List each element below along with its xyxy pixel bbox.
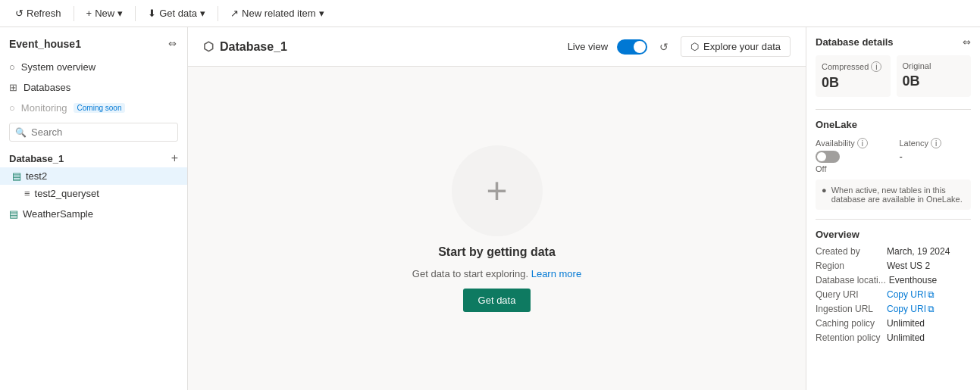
- sidebar-item-label: Databases: [23, 82, 70, 93]
- copy-icon[interactable]: ⧉: [928, 289, 937, 298]
- sidebar-item-databases[interactable]: ⊞ Databases: [0, 77, 187, 98]
- original-value: 0B: [903, 73, 966, 89]
- get-data-button-main[interactable]: Get data: [463, 289, 531, 312]
- new-related-label: New related item: [242, 8, 316, 19]
- onelake-row: Availability i Off Latency i -: [816, 138, 971, 173]
- panel-header: Database details ⇔: [816, 36, 971, 48]
- live-view-label: Live view: [568, 41, 608, 52]
- content-refresh-button[interactable]: ↺: [656, 38, 672, 56]
- empty-subtitle-text: Get data to start exploring.: [412, 268, 528, 279]
- overview-row: RegionWest US 2: [816, 261, 971, 271]
- overview-key: Database locati...: [816, 275, 886, 285]
- latency-label: Latency i: [900, 138, 972, 148]
- new-related-button[interactable]: ↗ New related item ▾: [224, 5, 330, 22]
- separator-2: [135, 6, 136, 21]
- chevron-down-icon: ▾: [117, 8, 123, 19]
- get-data-button[interactable]: ⬇ Get data ▾: [142, 5, 211, 22]
- latency-value: -: [900, 151, 972, 162]
- overview-key: Ingestion URL: [816, 304, 884, 314]
- database-section-title: Database_1: [9, 153, 64, 164]
- overview-title: Overview: [816, 229, 971, 240]
- refresh-icon: [15, 8, 23, 19]
- overview-value: West US 2: [887, 261, 930, 271]
- overview-value: Unlimited: [887, 318, 925, 329]
- database-icon: ⬡: [203, 39, 214, 54]
- table-icon: ▤: [12, 170, 21, 182]
- refresh-label: Refresh: [27, 8, 61, 19]
- right-panel: Database details ⇔ Compressed i 0B Origi…: [806, 27, 980, 390]
- latency-info-icon: i: [931, 138, 941, 148]
- overview-row: Created byMarch, 19 2024: [816, 246, 971, 257]
- divider-2: [816, 219, 971, 220]
- query-icon: ≡: [24, 188, 30, 199]
- coming-soon-badge: Coming soon: [74, 103, 126, 113]
- search-input[interactable]: [9, 123, 178, 142]
- sidebar-item-monitoring[interactable]: ○ Monitoring Coming soon: [0, 98, 187, 118]
- empty-state-subtitle: Get data to start exploring. Learn more: [412, 268, 581, 279]
- content-header: ⬡ Database_1 Live view ↺ ⬡ Explore your …: [188, 27, 806, 67]
- compressed-label: Compressed i: [822, 61, 885, 72]
- explore-label: Explore your data: [703, 41, 781, 52]
- overview-row: Caching policyUnlimited: [816, 318, 971, 329]
- overview-value: Eventhouse: [889, 275, 937, 285]
- overview-key: Query URI: [816, 289, 884, 300]
- availability-col: Availability i Off: [816, 138, 888, 173]
- copy-icon[interactable]: ⧉: [928, 304, 937, 313]
- overview-key: Created by: [816, 246, 884, 257]
- get-data-label: Get data: [159, 8, 197, 19]
- toolbar: Refresh + New ▾ ⬇ Get data ▾ ↗ New relat…: [0, 0, 980, 27]
- grid-icon: ⊞: [9, 82, 17, 93]
- separator-3: [218, 6, 218, 21]
- content-title-group: ⬡ Database_1: [203, 39, 287, 54]
- sidebar-expand-button[interactable]: ⇔: [167, 36, 178, 51]
- overview-value: March, 19 2024: [887, 246, 950, 257]
- sidebar-item-system-overview[interactable]: ○ System overview: [0, 57, 187, 77]
- new-button[interactable]: + New ▾: [80, 5, 130, 22]
- explore-data-button[interactable]: ⬡ Explore your data: [681, 36, 791, 57]
- copy-uri-link[interactable]: Copy URI: [887, 289, 926, 300]
- compressed-value: 0B: [822, 75, 885, 91]
- add-database-button[interactable]: +: [171, 152, 178, 164]
- original-stat: Original 0B: [897, 55, 972, 97]
- compressed-info-icon: i: [871, 61, 881, 72]
- circle-icon: ○: [9, 61, 15, 73]
- plus-circle-icon: +: [452, 145, 543, 236]
- overview-value: Copy URI⧉: [887, 304, 937, 314]
- panel-expand-button[interactable]: ⇔: [963, 36, 971, 48]
- chevron-down-icon-3: ▾: [319, 8, 324, 19]
- original-label: Original: [903, 61, 966, 70]
- empty-state-title: Start by getting data: [438, 245, 556, 259]
- overview-key: Retention policy: [816, 332, 884, 343]
- compressed-stat: Compressed i 0B: [816, 55, 891, 97]
- toggle-off-label: Off: [816, 164, 888, 173]
- tree-item-label: test2_queryset: [35, 188, 99, 199]
- stats-row: Compressed i 0B Original 0B: [816, 55, 971, 97]
- overview-row: Ingestion URLCopy URI⧉: [816, 304, 971, 314]
- learn-more-link[interactable]: Learn more: [531, 268, 581, 279]
- new-label: New: [95, 8, 114, 19]
- onelake-availability-toggle[interactable]: [816, 151, 840, 163]
- database-name: Database_1: [220, 40, 287, 54]
- overview-rows: Created byMarch, 19 2024RegionWest US 2D…: [816, 246, 971, 343]
- tree-item-test2[interactable]: ▤ test2: [0, 167, 187, 185]
- live-view-toggle[interactable]: [617, 39, 647, 55]
- search-icon: 🔍: [15, 127, 27, 138]
- overview-value: Unlimited: [887, 332, 925, 343]
- onelake-info-text: When active, new tables in this database…: [831, 186, 965, 204]
- separator-1: [74, 6, 74, 21]
- expand-icon: ⇔: [168, 38, 177, 49]
- explore-icon: ⬡: [690, 41, 699, 52]
- download-icon: ⬇: [148, 8, 156, 19]
- availability-label: Availability i: [816, 138, 888, 148]
- tree-item-weathersample[interactable]: ▤ WeatherSample: [0, 205, 187, 223]
- content-actions: Live view ↺ ⬡ Explore your data: [568, 36, 791, 57]
- copy-uri-link[interactable]: Copy URI: [887, 304, 926, 314]
- monitoring-icon: ○: [9, 102, 15, 114]
- panel-title: Database details: [816, 36, 894, 48]
- overview-row: Retention policyUnlimited: [816, 332, 971, 343]
- tree-item-test2-queryset[interactable]: ≡ test2_queryset: [0, 185, 187, 202]
- divider-1: [816, 109, 971, 110]
- onelake-info-box: ● When active, new tables in this databa…: [816, 179, 971, 210]
- refresh-button[interactable]: Refresh: [9, 5, 67, 22]
- empty-state: + Start by getting data Get data to star…: [188, 67, 806, 390]
